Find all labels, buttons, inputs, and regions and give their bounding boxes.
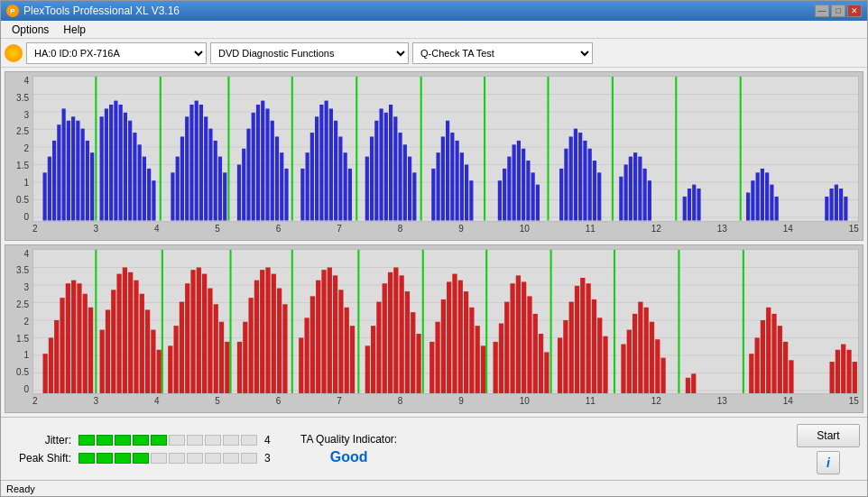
maximize-button[interactable]: □ <box>831 5 845 17</box>
svg-rect-52 <box>265 108 269 220</box>
svg-rect-167 <box>168 345 172 393</box>
svg-rect-245 <box>633 313 637 393</box>
svg-rect-232 <box>550 250 552 394</box>
svg-rect-266 <box>846 349 851 393</box>
svg-rect-206 <box>400 275 404 393</box>
minimize-button[interactable]: — <box>815 5 829 17</box>
svg-rect-79 <box>408 157 411 221</box>
svg-rect-8 <box>43 172 47 220</box>
svg-rect-193 <box>321 270 326 393</box>
svg-rect-254 <box>743 250 744 394</box>
svg-rect-186 <box>277 288 282 393</box>
svg-rect-145 <box>43 354 48 393</box>
charts-content: 4 3.5 3 2.5 2 1.5 1 0.5 0 <box>1 68 867 417</box>
svg-rect-161 <box>134 280 138 393</box>
svg-rect-146 <box>49 337 53 393</box>
drive-select[interactable]: HA:0 ID:0 PX-716A <box>26 42 207 64</box>
svg-rect-212 <box>435 321 439 393</box>
title-buttons: — □ ✕ <box>815 5 862 17</box>
svg-rect-121 <box>688 189 691 220</box>
window-title: PlexTools Professional XL V3.16 <box>23 5 180 17</box>
svg-rect-244 <box>627 329 632 393</box>
svg-rect-188 <box>291 250 293 394</box>
svg-rect-211 <box>429 341 434 393</box>
bottom-chart-svg <box>33 250 858 394</box>
test-select[interactable]: Q-Check TA Test <box>412 42 593 64</box>
svg-rect-155 <box>100 329 105 393</box>
jitter-row: Jitter: 4 <box>8 434 282 446</box>
jitter-seg-2 <box>97 435 113 446</box>
svg-rect-209 <box>416 334 420 393</box>
svg-rect-238 <box>586 283 590 393</box>
svg-rect-176 <box>219 321 224 393</box>
svg-rect-133 <box>829 189 833 220</box>
top-chart-container: 4 3.5 3 2.5 2 1.5 1 0.5 0 <box>5 71 863 241</box>
svg-rect-28 <box>138 144 142 220</box>
svg-rect-26 <box>128 121 132 221</box>
svg-rect-187 <box>282 304 287 393</box>
svg-rect-166 <box>162 250 163 394</box>
main-window: P PlexTools Professional XL V3.16 — □ ✕ … <box>0 0 868 497</box>
start-section: Start i <box>797 424 860 474</box>
svg-rect-73 <box>379 108 383 220</box>
svg-rect-96 <box>517 141 521 221</box>
close-button[interactable]: ✕ <box>847 5 862 17</box>
svg-rect-55 <box>280 152 283 220</box>
svg-rect-92 <box>498 180 502 220</box>
top-chart-y-axis: 4 3.5 3 2.5 2 1.5 1 0.5 0 <box>5 76 32 222</box>
svg-rect-247 <box>644 307 649 393</box>
ps-seg-10 <box>241 453 257 464</box>
svg-rect-265 <box>841 344 845 393</box>
svg-rect-81 <box>420 77 422 221</box>
svg-rect-159 <box>123 267 127 393</box>
jitter-seg-3 <box>115 435 131 446</box>
svg-rect-201 <box>371 326 375 393</box>
svg-rect-160 <box>128 272 133 393</box>
svg-rect-116 <box>638 157 642 221</box>
function-select[interactable]: DVD Diagnostic Functions <box>210 42 409 64</box>
svg-rect-38 <box>195 101 199 221</box>
svg-rect-13 <box>67 121 70 221</box>
menu-options[interactable]: Options <box>5 22 56 38</box>
svg-rect-219 <box>476 326 480 393</box>
svg-rect-122 <box>692 185 696 221</box>
svg-rect-225 <box>510 283 514 393</box>
svg-rect-115 <box>633 152 637 220</box>
svg-rect-177 <box>225 341 229 393</box>
svg-rect-107 <box>583 141 586 221</box>
svg-rect-98 <box>526 161 530 220</box>
svg-rect-229 <box>533 313 538 393</box>
svg-rect-76 <box>393 116 397 220</box>
start-button[interactable]: Start <box>797 424 860 447</box>
svg-rect-9 <box>48 157 51 221</box>
svg-rect-53 <box>271 121 274 221</box>
svg-rect-175 <box>214 304 218 393</box>
svg-rect-235 <box>569 301 574 393</box>
top-chart-area <box>32 76 859 222</box>
svg-rect-123 <box>697 189 700 220</box>
svg-rect-248 <box>650 321 654 393</box>
svg-rect-11 <box>57 124 60 220</box>
svg-rect-150 <box>71 280 76 393</box>
menu-help[interactable]: Help <box>56 22 93 38</box>
svg-rect-19 <box>95 77 97 221</box>
svg-rect-21 <box>105 108 108 220</box>
svg-rect-109 <box>593 161 596 220</box>
menu-bar: Options Help <box>1 21 867 39</box>
svg-rect-223 <box>499 323 503 393</box>
info-button[interactable]: i <box>817 451 840 474</box>
svg-rect-208 <box>411 312 415 393</box>
svg-rect-45 <box>227 77 229 221</box>
svg-rect-149 <box>66 283 70 393</box>
svg-rect-157 <box>111 290 115 393</box>
svg-rect-15 <box>76 121 79 221</box>
svg-rect-259 <box>771 313 776 393</box>
drive-icon <box>5 44 23 62</box>
svg-rect-50 <box>256 105 260 220</box>
svg-rect-131 <box>775 197 779 221</box>
svg-rect-234 <box>563 319 568 393</box>
svg-rect-226 <box>516 275 521 393</box>
svg-rect-240 <box>597 318 602 393</box>
svg-rect-23 <box>114 101 117 221</box>
jitter-seg-7 <box>187 435 203 446</box>
